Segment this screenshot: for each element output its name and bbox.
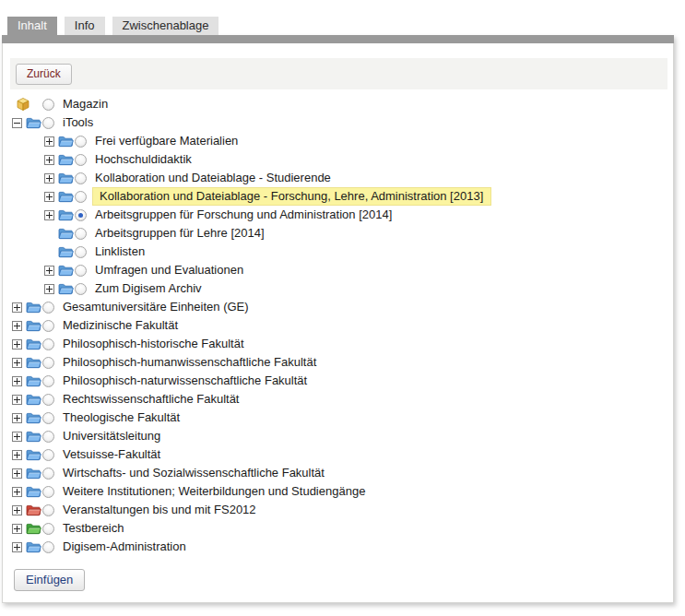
- tree-item-radio[interactable]: [75, 228, 87, 240]
- tree-item-label[interactable]: Universitätsleitung: [61, 428, 164, 444]
- plus-icon[interactable]: [12, 468, 22, 479]
- insert-button[interactable]: Einfügen: [14, 569, 85, 591]
- tree-item-label[interactable]: Theologische Fakultät: [61, 409, 183, 426]
- tree-item-radio[interactable]: [75, 154, 87, 166]
- tree-item-radio[interactable]: [75, 191, 87, 203]
- plus-icon[interactable]: [44, 136, 54, 147]
- folder-blue-icon: [26, 356, 42, 369]
- tree-item-label[interactable]: Philosophisch-historische Fakultät: [61, 336, 248, 352]
- plus-icon[interactable]: [12, 321, 22, 331]
- plus-icon[interactable]: [44, 173, 54, 184]
- tree-item-radio[interactable]: [75, 265, 87, 277]
- tree-item-radio[interactable]: [42, 412, 54, 424]
- plus-icon[interactable]: [12, 413, 22, 423]
- tree-item-radio[interactable]: [75, 246, 87, 258]
- plus-icon[interactable]: [12, 339, 22, 349]
- plus-icon[interactable]: [12, 487, 22, 497]
- tab-zwischenablage[interactable]: Zwischenablage: [112, 17, 219, 35]
- tree-item: Digisem-Administration: [3, 538, 675, 556]
- expander-slot: [12, 524, 26, 534]
- tree-item-radio[interactable]: [42, 117, 54, 129]
- tree-item-label[interactable]: iTools: [61, 114, 97, 131]
- tree-item-label[interactable]: Frei verfügbare Materialien: [93, 133, 242, 149]
- folder-blue-icon: [26, 485, 42, 498]
- expander-slot: [12, 468, 26, 479]
- tree-item-radio[interactable]: [75, 136, 87, 148]
- plus-icon[interactable]: [44, 210, 54, 220]
- minus-icon[interactable]: [12, 118, 22, 128]
- tree-item: Testbereich: [3, 519, 675, 538]
- tree-item-label[interactable]: Arbeitsgruppen für Forschung und Adminis…: [93, 207, 396, 223]
- plus-icon[interactable]: [44, 155, 54, 165]
- plus-icon[interactable]: [12, 432, 22, 442]
- tree-item-radio[interactable]: [42, 375, 54, 387]
- expander-slot: [44, 266, 58, 276]
- tree-item-radio[interactable]: [42, 357, 54, 369]
- tree-item-radio[interactable]: [75, 209, 87, 221]
- tree-item-label[interactable]: Hochschuldidaktik: [93, 151, 195, 168]
- tree-item-label[interactable]: Zum Digisem Archiv: [93, 280, 206, 297]
- tree-item-label[interactable]: Linklisten: [93, 243, 148, 260]
- plus-icon[interactable]: [12, 524, 22, 534]
- tree-item-label[interactable]: Rechtswissenschaftliche Fakultät: [61, 391, 242, 408]
- tree-item-radio[interactable]: [42, 504, 54, 516]
- tree-item-label[interactable]: Testbereich: [61, 520, 127, 537]
- tree-item-label[interactable]: Veranstaltungen bis und mit FS2012: [61, 502, 260, 518]
- tree-item-label[interactable]: Digisem-Administration: [61, 539, 190, 555]
- folder-blue-icon: [58, 208, 75, 221]
- tree-item-label[interactable]: Weitere Institutionen; Weiterbildungen u…: [61, 483, 369, 500]
- tree-item-label[interactable]: Magazin: [61, 96, 112, 113]
- plus-icon[interactable]: [12, 302, 22, 313]
- tree-item-radio[interactable]: [75, 172, 87, 184]
- tab-inhalt[interactable]: Inhalt: [7, 17, 57, 35]
- plus-icon[interactable]: [12, 505, 22, 515]
- tree-item-radio[interactable]: [42, 431, 54, 443]
- plus-icon[interactable]: [12, 542, 22, 552]
- folder-blue-icon: [58, 282, 75, 295]
- tree-item-label[interactable]: Umfragen und Evaluationen: [93, 262, 247, 278]
- expander-slot: [12, 358, 26, 368]
- tree-item-radio[interactable]: [42, 338, 54, 350]
- tab-info[interactable]: Info: [65, 17, 105, 35]
- tree-item: Philosophisch-humanwissenschaftliche Fak…: [3, 353, 675, 372]
- tree-item-label[interactable]: Medizinische Fakultät: [61, 317, 182, 334]
- folder-blue-icon: [26, 338, 42, 350]
- tree-item-radio[interactable]: [42, 486, 54, 498]
- tree-item-radio[interactable]: [75, 283, 87, 295]
- tree-item-label[interactable]: Wirtschafts- und Sozialwissenschaftliche…: [61, 465, 328, 481]
- tree-item: iTools: [3, 113, 675, 132]
- back-button[interactable]: Zurück: [16, 64, 72, 85]
- folder-blue-icon: [26, 430, 42, 443]
- tree-item-radio[interactable]: [42, 320, 54, 332]
- tree-item-label[interactable]: Kollaboration und Dateiablage - Forschun…: [92, 187, 491, 206]
- tree-item-label[interactable]: Arbeitsgruppen für Lehre [2014]: [93, 225, 268, 242]
- folder-blue-icon: [58, 245, 75, 258]
- plus-icon[interactable]: [12, 395, 22, 405]
- tree-item-label[interactable]: Gesamtuniversitäre Einheiten (GE): [61, 299, 253, 315]
- tree-item-radio[interactable]: [42, 302, 54, 314]
- tree-item: Veranstaltungen bis und mit FS2012: [3, 501, 675, 519]
- plus-icon[interactable]: [44, 284, 54, 294]
- tree-item-radio[interactable]: [42, 468, 54, 480]
- tree-item-radio[interactable]: [42, 394, 54, 406]
- tree-item-radio[interactable]: [42, 449, 54, 461]
- tree-item-radio[interactable]: [42, 541, 54, 553]
- folder-blue-icon: [26, 319, 42, 332]
- plus-icon[interactable]: [44, 192, 54, 202]
- tree-item: Kollaboration und Dateiablage - Studiere…: [3, 169, 675, 187]
- tree-item-radio[interactable]: [42, 523, 54, 535]
- tree-item-label[interactable]: Kollaboration und Dateiablage - Studiere…: [93, 170, 335, 186]
- plus-icon[interactable]: [44, 266, 54, 276]
- plus-icon[interactable]: [12, 358, 22, 368]
- tree-item-label[interactable]: Philosophisch-naturwissenschaftliche Fak…: [61, 373, 311, 389]
- tree-item-radio[interactable]: [42, 99, 54, 111]
- folder-blue-icon: [26, 540, 42, 553]
- plus-icon[interactable]: [12, 376, 22, 386]
- folder-blue-icon: [26, 411, 42, 424]
- tree-item-label[interactable]: Philosophisch-humanwissenschaftliche Fak…: [61, 354, 320, 371]
- folder-blue-icon: [58, 135, 75, 148]
- tree-item: Umfragen und Evaluationen: [3, 261, 675, 279]
- plus-icon[interactable]: [12, 450, 22, 460]
- tree-item-label[interactable]: Vetsuisse-Fakultät: [61, 446, 164, 463]
- tree-item: Philosophisch-historische Fakultät: [3, 335, 675, 353]
